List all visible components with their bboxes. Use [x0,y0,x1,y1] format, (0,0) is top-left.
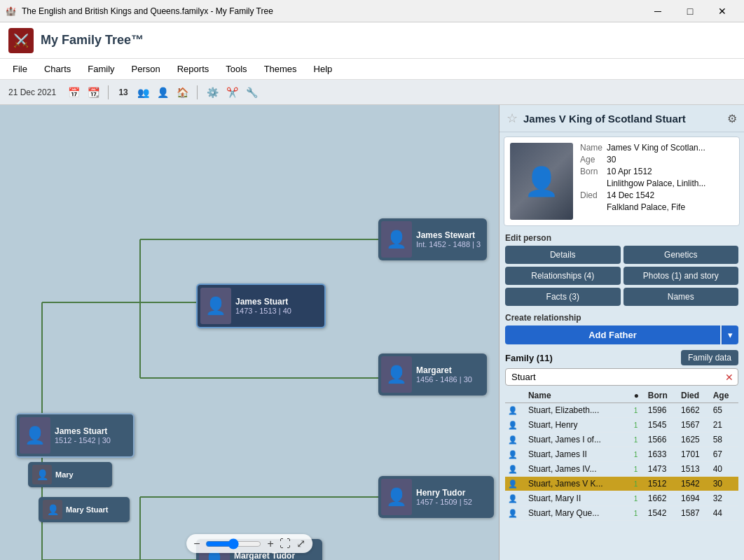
maximize-button[interactable]: □ [674,0,706,22]
person-dates-iv: 1473 - 1513 | 40 [235,307,291,315]
person-row-icon: 👤 [508,406,518,414]
panel-person-header: ☆ James V King of Scotland Stuart ⚙ [500,105,744,132]
age-value: 30 [607,155,616,164]
title-bar: 🏰 The English and British Kings and Quee… [0,0,744,22]
table-row[interactable]: 👤 Stuart, Henry 1 1545 1567 21 [505,418,738,433]
zoom-slider[interactable] [206,538,262,550]
photos-story-button[interactable]: Photos (1) and story [624,267,739,285]
person-row-icon: 👤 [508,494,518,503]
row-dot: 1 [631,447,645,462]
table-row[interactable]: 👤 Stuart, Mary II 1 1662 1694 32 [505,491,738,506]
dot-indicator: 1 [634,407,638,414]
tools-icon[interactable]: ⚙️ [205,85,220,100]
person-henry-tudor[interactable]: 👤 Henry Tudor 1457 - 1509 | 52 [378,476,494,518]
app-title: My Family Tree™ [41,33,144,48]
panel-photo: 👤 [510,143,573,220]
create-rel-label: Create relationship [505,313,738,323]
person-james-stuart-v[interactable]: 👤 James Stuart 1512 - 1542 | 30 [15,413,135,458]
family-icon[interactable]: 🏠 [174,85,190,100]
born-place-label [580,178,607,188]
add-father-button[interactable]: Add Father [505,326,720,344]
search-clear-button[interactable]: ✕ [725,372,733,383]
add-father-dropdown-button[interactable]: ▾ [722,326,738,344]
dot-indicator: 1 [634,465,638,473]
panel-gear-icon[interactable]: ⚙ [727,112,737,125]
col-died: Died [678,388,710,403]
menu-charts[interactable]: Charts [37,61,78,77]
create-relationship-section: Create relationship Add Father ▾ [500,312,744,347]
name-row: Name James V King of Scotlan... [580,143,733,153]
age-row: Age 30 [580,155,733,164]
person-mary-stuart[interactable]: 👤 Mary Stuart [39,497,130,522]
person-dates-v: 1512 - 1542 | 30 [55,436,111,444]
fit-button[interactable]: ⛶ [280,538,291,550]
minimize-button[interactable]: ─ [642,0,674,22]
died-row: Died 14 Dec 1542 [580,190,733,200]
table-row[interactable]: 👤 Stuart, Mary Que... 1 1542 1587 44 [505,506,738,521]
avatar-james-stuart-iv: 👤 [200,288,231,324]
person-margaret[interactable]: 👤 Margaret 1456 - 1486 | 30 [378,354,487,396]
panel-info-card: 👤 Name James V King of Scotlan... Age 30… [504,136,740,226]
person-name-mary: Mary [55,470,74,479]
menu-family[interactable]: Family [81,61,121,77]
names-button[interactable]: Names [624,288,739,306]
row-name: Stuart, James IV... [525,462,631,477]
menu-reports[interactable]: Reports [170,61,216,77]
panel-details: Name James V King of Scotlan... Age 30 B… [580,143,733,220]
table-row[interactable]: 👤 Stuart, James IV... 1 1473 1513 40 [505,462,738,477]
genetics-button[interactable]: Genetics [624,246,739,264]
table-row[interactable]: 👤 Stuart, James V K... 1 1512 1542 30 [505,477,738,491]
person-james-stuart-iv[interactable]: 👤 James Stuart 1473 - 1513 | 40 [196,284,326,328]
row-name: Stuart, Elizabeth.... [525,403,631,418]
table-row[interactable]: 👤 Stuart, James I of... 1 1566 1625 58 [505,433,738,447]
close-button[interactable]: ✕ [706,0,738,22]
toolbar: 21 Dec 2021 📅 📆 13 👥 👤 🏠 ⚙️ ✂️ 🔧 [0,80,744,105]
menu-themes[interactable]: Themes [257,61,304,77]
relationships-button[interactable]: Relationships (4) [505,267,621,285]
star-icon[interactable]: ☆ [507,111,518,126]
zoom-in-button[interactable]: + [268,538,274,550]
person-info-ht: Henry Tudor 1457 - 1509 | 52 [416,488,472,506]
row-age: 67 [710,447,738,462]
family-data-button[interactable]: Family data [681,350,738,365]
table-row[interactable]: 👤 Stuart, Elizabeth.... 1 1596 1662 65 [505,403,738,418]
menu-file[interactable]: File [6,61,34,77]
row-name: Stuart, Henry [525,418,631,433]
calendar2-icon[interactable]: 📆 [85,85,101,100]
person-icon[interactable]: 👤 [155,85,170,100]
row-died: 1587 [678,506,710,521]
tree-area[interactable]: 👤 James Stewart Int. 1452 - 1488 | 3 👤 J… [0,105,499,560]
zoom-controls: − + ⛶ ⤢ [186,534,312,553]
menu-tools[interactable]: Tools [219,61,254,77]
settings-icon[interactable]: 🔧 [244,85,259,100]
family-table[interactable]: Name ● Born Died Age 👤 Stuart, Elizabeth… [505,388,738,559]
row-born: 1473 [645,462,678,477]
family-search-input[interactable] [510,370,725,384]
person-mary[interactable]: 👤 Mary [28,462,112,487]
person-james-stewart[interactable]: 👤 James Stewart Int. 1452 - 1488 | 3 [378,218,487,260]
facts-button[interactable]: Facts (3) [505,288,621,306]
calendar-icon[interactable]: 📅 [66,85,81,100]
name-label: Name [580,143,607,153]
menu-person[interactable]: Person [125,61,167,77]
menu-help[interactable]: Help [307,61,340,77]
table-row[interactable]: 👤 Stuart, James II 1 1633 1701 67 [505,447,738,462]
details-button[interactable]: Details [505,246,621,264]
family-header: Family (11) Family data [505,350,738,365]
zoom-out-button[interactable]: − [193,538,200,550]
scissors-icon[interactable]: ✂️ [224,85,240,100]
dot-indicator: 1 [634,480,638,488]
person-info-v: James Stuart 1512 - 1542 | 30 [55,426,111,444]
edit-btn-grid: Details Genetics Relationships (4) Photo… [505,246,738,306]
row-born: 1633 [645,447,678,462]
row-dot: 1 [631,433,645,447]
avatar-mary-stuart: 👤 [43,500,62,519]
row-born: 1545 [645,418,678,433]
fullscreen-button[interactable]: ⤢ [296,537,305,550]
person-dates-ht: 1457 - 1509 | 52 [416,498,472,506]
people-icon[interactable]: 👥 [135,85,151,100]
count-label: 13 [116,85,131,100]
died-place-label [580,202,607,212]
menu-bar: File Charts Family Person Reports Tools … [0,59,744,80]
person-dates-margaret: 1456 - 1486 | 30 [416,375,472,384]
